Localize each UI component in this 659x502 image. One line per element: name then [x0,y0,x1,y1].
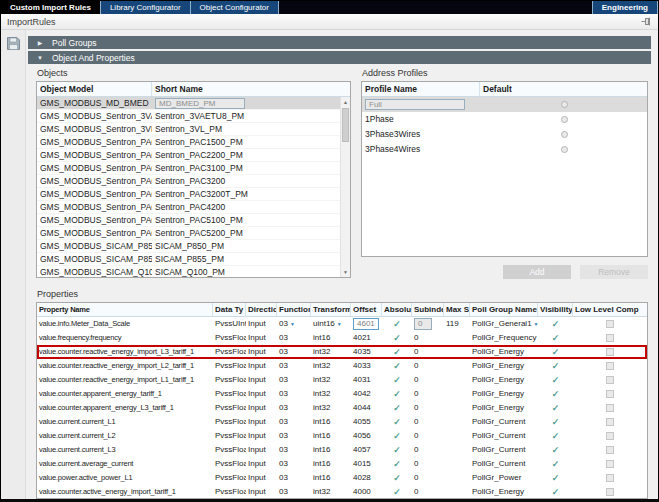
column-header-profile-name[interactable]: Profile Name [362,82,480,96]
property-row[interactable]: value.current.average_currentPvssFloaInp… [37,457,647,471]
property-row[interactable]: value.counter.apparent_energy_tariff_1Pv… [37,387,647,401]
low-level-checkbox[interactable] [606,432,614,440]
remove-button[interactable]: Remove [580,265,648,279]
default-radio[interactable] [561,116,568,123]
properties-column-header[interactable]: Offset [351,303,382,316]
function-combo[interactable]: 03▼ [279,317,295,331]
property-name-cell: value.power.active_power_L1 [37,471,213,485]
property-row[interactable]: value.current.current_L1PvssFloaInput03i… [37,415,647,429]
profile-name-editor[interactable]: Full [365,99,465,110]
low-level-checkbox[interactable] [606,474,614,482]
property-row[interactable]: value.counter.reactive_energy_import_L1_… [37,373,647,387]
property-row[interactable]: value.power.active_power_L1PvssFloaInput… [37,471,647,485]
profile-row[interactable]: 3Phase4Wires [362,142,647,157]
default-radio[interactable] [561,146,568,153]
tab-engineering[interactable]: Engineering [592,1,658,14]
low-level-checkbox[interactable] [606,460,614,468]
object-row[interactable]: GMS_MODBUS_Sentron_PAC3200Sentron_PAC320… [37,175,340,188]
section-object-and-properties[interactable]: ▼ Object And Properties [28,51,651,64]
property-row[interactable]: value.counter.reactive_energy_import_L2_… [37,359,647,373]
object-row[interactable]: GMS_MODBUS_Sentron_3VAETU8Sentron_3VAETU… [37,110,340,123]
object-row[interactable]: GMS_MODBUS_Sentron_PAC4200Sentron_PAC420… [37,201,340,214]
property-row[interactable]: value.counter.reactive_energy_import_L3_… [37,345,647,359]
short-name-cell: Sentron_PAC4200 [152,201,340,213]
scrollbar-thumb[interactable] [342,108,349,142]
tab-custom-import-rules[interactable]: Custom Import Rules [1,1,101,14]
object-row[interactable]: GMS_MODBUS_SICAM_P850SICAM_P850_PM [37,240,340,253]
tab-library-configurator[interactable]: Library Configurator [101,1,191,14]
properties-column-header[interactable]: Subinde [412,303,444,316]
low-level-checkbox[interactable] [606,488,614,496]
property-row[interactable]: value.current.current_L2PvssFloaInput03i… [37,429,647,443]
object-row[interactable]: GMS_MODBUS_Sentron_3VLSentron_3VL_PM [37,123,340,136]
scroll-up-icon[interactable]: ▲ [341,97,350,107]
low-level-checkbox[interactable] [606,376,614,384]
properties-column-header[interactable]: Directio [246,303,277,316]
object-row[interactable]: GMS_MODBUS_Sentron_PAC5200Sentron_PAC520… [37,227,340,240]
object-row[interactable]: GMS_MODBUS_SICAM_Q100SICAM_Q100_PM [37,266,340,278]
column-header-default[interactable]: Default [480,82,647,96]
column-header-short-name[interactable]: Short Name [152,82,350,96]
short-name-editor[interactable]: MD_BMED_PM [155,98,245,109]
low-level-checkbox[interactable] [606,334,614,342]
object-row[interactable]: GMS_MODBUS_Sentron_PAC3100Sentron_PAC310… [37,162,340,175]
profile-row[interactable]: Full [362,97,647,112]
profile-name-cell: 3Phase3Wires [362,127,480,142]
properties-column-header[interactable]: Visibility [538,303,573,316]
object-row[interactable]: GMS_MODBUS_Sentron_PAC5100Sentron_PAC510… [37,214,340,227]
properties-column-header[interactable]: Property Name [37,303,213,316]
scroll-down-icon[interactable]: ▼ [341,267,350,277]
property-row[interactable]: value.current.current_L3PvssFloaInput03i… [37,443,647,457]
low-level-checkbox[interactable] [606,320,614,328]
properties-column-header[interactable]: Low Level Comp [573,303,647,316]
low-level-checkbox[interactable] [606,418,614,426]
objects-scrollbar[interactable]: ▲ ▼ [340,97,350,277]
checkmark-icon: ✓ [393,417,401,427]
object-row[interactable]: GMS_MODBUS_Sentron_PAC1500Sentron_PAC150… [37,136,340,149]
low-level-checkbox[interactable] [606,404,614,412]
add-button[interactable]: Add [503,265,571,279]
checkmark-icon: ✓ [552,417,560,427]
main-area: ▶ Poll Groups ▼ Object And Properties Ob… [26,30,658,499]
column-header-object-model[interactable]: Object Model [37,82,152,96]
properties-column-header[interactable]: Max S [444,303,470,316]
tab-object-configurator[interactable]: Object Configurator [191,1,279,14]
object-row[interactable]: GMS_MODBUS_Sentron_PAC2200Sentron_PAC220… [37,149,340,162]
low-level-checkbox[interactable] [606,446,614,454]
subindex-cell: 0 [412,345,444,359]
profile-row[interactable]: 3Phase3Wires [362,127,647,142]
low-level-checkbox[interactable] [606,362,614,370]
object-row[interactable]: GMS_MODBUS_SICAM_P855SICAM_P855_PM [37,253,340,266]
section-poll-groups-label: Poll Groups [52,38,96,48]
property-row[interactable]: value.counter.apparent_energy_L3_tariff_… [37,401,647,415]
property-row[interactable]: value.frequency.frequencyPvssFloaInput03… [37,331,647,345]
checkmark-icon: ✓ [552,431,560,441]
offset-editor[interactable]: 4601 [353,318,379,330]
properties-column-header[interactable]: Transforma [311,303,351,316]
transformation-cell: int16 [311,457,351,471]
pin-icon[interactable] [641,16,652,27]
default-radio[interactable] [561,131,568,138]
save-icon[interactable] [6,36,22,51]
properties-column-header[interactable]: Poll Group Name [470,303,538,316]
properties-column-header[interactable]: Function [277,303,311,316]
subindex-cell: 0 [412,443,444,457]
checkmark-icon: ✓ [393,333,401,343]
poll-group-combo[interactable]: PollGr_General1▼ [472,317,538,331]
property-row[interactable]: value.counter.active_energy_import_tarif… [37,485,647,499]
object-row[interactable]: GMS_MODBUS_MD_BMEDMD_BMED_PM [37,97,340,110]
low-level-checkbox[interactable] [606,390,614,398]
property-row[interactable]: value.info.Meter_Data_ScalePvssUIntInput… [37,317,647,331]
object-row[interactable]: GMS_MODBUS_Sentron_PAC3200TSentron_PAC32… [37,188,340,201]
poll-group-cell: PollGr_Power [470,471,538,485]
properties-column-header[interactable]: Data Ty [213,303,246,316]
section-poll-groups[interactable]: ▶ Poll Groups [28,36,651,49]
profile-row[interactable]: 1Phase [362,112,647,127]
properties-column-header[interactable]: Absolu [382,303,412,316]
data-type-cell: PvssFloa [213,443,246,457]
subindex-editor[interactable]: 0 [414,318,432,330]
transformation-combo[interactable]: uint16▼ [313,317,342,331]
default-radio[interactable] [561,101,568,108]
low-level-checkbox[interactable] [606,348,614,356]
checkmark-icon: ✓ [393,487,401,497]
